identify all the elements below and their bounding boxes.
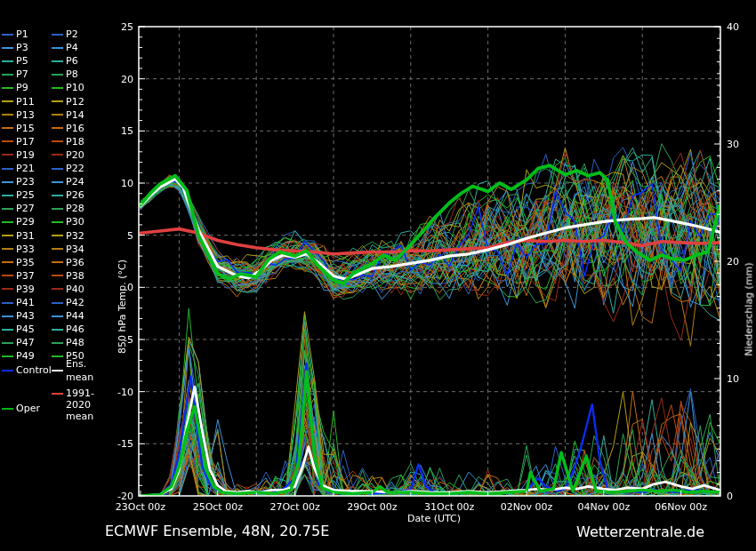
legend-entry: P25 <box>2 188 35 202</box>
legend-entry: P46 <box>52 323 84 336</box>
plot-canvas <box>0 0 756 551</box>
legend-entry-label: P20 <box>66 148 84 162</box>
legend-swatch <box>52 355 63 357</box>
legend-entry-label: P14 <box>66 108 84 122</box>
legend-entry-label: P39 <box>16 283 35 296</box>
legend-entry-label: P9 <box>16 81 28 94</box>
legend-entry: Control <box>2 363 52 377</box>
legend-entry-label: P48 <box>66 336 84 349</box>
legend-entry: P12 <box>52 95 84 108</box>
legend-entry: P21 <box>2 162 35 175</box>
legend-entry-label: P40 <box>66 283 84 296</box>
legend-entry: P24 <box>52 175 84 188</box>
legend-swatch <box>2 261 13 263</box>
legend-entry: P7 <box>2 68 28 81</box>
legend-entry: P10 <box>52 81 84 94</box>
legend-entry: P45 <box>2 323 35 336</box>
legend-entry-label: P13 <box>16 108 35 122</box>
legend-swatch <box>2 208 13 210</box>
legend-entry: P23 <box>2 175 35 188</box>
legend-swatch <box>52 221 63 223</box>
legend-swatch <box>2 154 13 156</box>
legend-swatch <box>2 370 13 371</box>
legend-swatch <box>2 127 13 129</box>
legend-entry: P6 <box>52 54 78 68</box>
y-left-tick-label: 25 <box>121 21 133 33</box>
ensemble-chart: Miskolc (HU) 850 hPa Temp. & Niederschla… <box>0 0 756 551</box>
legend-swatch <box>52 261 63 263</box>
legend-entry-label: P3 <box>16 41 28 54</box>
legend-swatch <box>2 408 13 410</box>
legend-entry-label: P15 <box>16 122 35 135</box>
legend-entry: P5 <box>2 54 28 68</box>
legend-entry: P44 <box>52 309 84 323</box>
y-left-tick-label: 20 <box>121 73 133 84</box>
legend-entry: P38 <box>52 269 84 283</box>
x-tick-label: 23Oct 00z <box>116 501 165 513</box>
legend-swatch <box>52 140 63 142</box>
x-tick-label: 25Oct 00z <box>193 501 243 513</box>
legend-entry: P32 <box>52 229 84 243</box>
legend-entry: P13 <box>2 108 35 122</box>
legend-swatch <box>52 315 63 317</box>
legend-entry-label: P21 <box>16 162 35 175</box>
legend-entry-label: P5 <box>16 54 28 68</box>
legend-swatch <box>52 114 63 116</box>
legend-swatch <box>52 181 63 183</box>
legend-entry: P20 <box>52 148 84 162</box>
y-left-tick-label: -20 <box>117 491 133 502</box>
legend-entry-label: P46 <box>66 323 84 336</box>
legend-swatch <box>52 342 63 344</box>
legend-entry-label: P18 <box>66 135 84 148</box>
legend-swatch <box>2 114 13 116</box>
y-left-tick-label: 5 <box>127 229 133 241</box>
x-tick-label: 02Nov 00z <box>501 501 553 513</box>
y-right-tick-label: 20 <box>727 256 739 268</box>
legend-entry-label: P34 <box>66 243 84 256</box>
legend-entry-label: P23 <box>16 175 35 188</box>
legend-swatch <box>52 87 63 89</box>
legend-entry-label: P10 <box>66 81 84 94</box>
legend-entry-label: P43 <box>16 309 35 323</box>
legend-entry-label: P29 <box>16 215 35 228</box>
legend-swatch <box>2 235 13 236</box>
legend-swatch <box>2 221 13 223</box>
legend-entry: P34 <box>52 243 84 256</box>
legend-entry-label: P16 <box>66 122 84 135</box>
legend-entry: P36 <box>52 256 84 269</box>
x-tick-label: 31Oct 00z <box>424 501 474 513</box>
legend-entry: P11 <box>2 95 35 108</box>
legend-swatch <box>2 315 13 317</box>
legend-entry: P39 <box>2 283 35 296</box>
legend-swatch <box>2 74 13 76</box>
legend-entry-label: P11 <box>16 95 35 108</box>
legend-entry-label: P17 <box>16 135 35 148</box>
legend-entry-label: Ens. mean <box>66 357 103 384</box>
legend-swatch <box>52 34 63 36</box>
legend-swatch <box>2 34 13 36</box>
legend-entry: P19 <box>2 148 35 162</box>
legend-entry: P17 <box>2 135 35 148</box>
legend-entry-label: P42 <box>66 296 84 309</box>
y-right-tick-label: 30 <box>727 139 739 150</box>
legend-swatch <box>2 100 13 102</box>
legend-entry-label: P4 <box>66 41 78 54</box>
legend-entry: P4 <box>52 41 78 54</box>
legend-swatch <box>2 195 13 196</box>
legend-entry-label: P31 <box>16 229 35 243</box>
x-axis-label: Date (UTC) <box>407 513 461 524</box>
legend-entry-label: P38 <box>66 269 84 283</box>
legend-swatch <box>2 275 13 276</box>
legend-swatch <box>52 195 63 196</box>
legend-swatch <box>2 329 13 331</box>
legend-entry: P33 <box>2 243 35 256</box>
legend-entry-label: P12 <box>66 95 84 108</box>
legend-entry: P18 <box>52 135 84 148</box>
legend-entry: P47 <box>2 336 35 349</box>
legend-entry-label: Oper <box>16 402 40 415</box>
legend-swatch <box>52 235 63 236</box>
legend-entry: P35 <box>2 256 35 269</box>
legend-entry: P49 <box>2 349 35 363</box>
y-right-axis-label: Niederschlag (mm) <box>744 262 755 355</box>
legend-swatch <box>52 168 63 170</box>
